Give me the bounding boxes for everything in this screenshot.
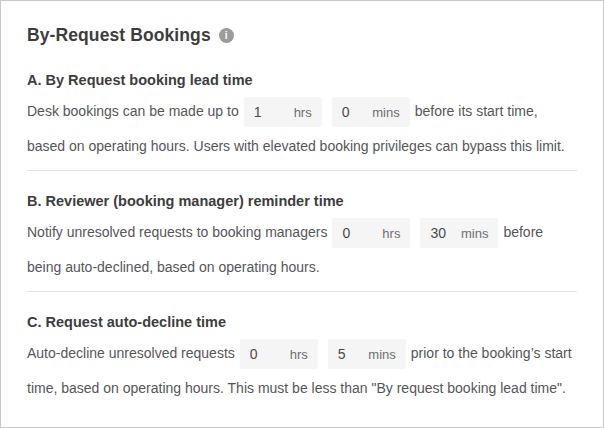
section-c-hours-input[interactable] bbox=[250, 346, 276, 362]
panel-header: By-Request Bookings i bbox=[27, 25, 577, 46]
section-b-minutes-field[interactable]: mins bbox=[420, 218, 498, 248]
section-c-heading: C. Request auto-decline time bbox=[27, 314, 577, 330]
section-b-heading: B. Reviewer (booking manager) reminder t… bbox=[27, 193, 577, 209]
section-b-hours-input[interactable] bbox=[342, 225, 368, 241]
section-a-minutes-unit: mins bbox=[372, 95, 399, 130]
divider bbox=[27, 170, 577, 171]
divider bbox=[27, 291, 577, 292]
section-a-minutes-field[interactable]: mins bbox=[332, 97, 410, 127]
section-b-hours-unit: hrs bbox=[382, 216, 400, 251]
section-c-minutes-input[interactable] bbox=[338, 346, 364, 362]
section-a-text-before: Desk bookings can be made up to bbox=[27, 103, 239, 119]
section-c-minutes-unit: mins bbox=[368, 337, 395, 372]
section-a-minutes-input[interactable] bbox=[342, 104, 368, 120]
section-b-minutes-input[interactable] bbox=[430, 225, 456, 241]
section-a-heading: A. By Request booking lead time bbox=[27, 72, 577, 88]
info-icon[interactable]: i bbox=[219, 28, 234, 43]
page-title: By-Request Bookings bbox=[27, 25, 211, 46]
section-c-hours-field[interactable]: hrs bbox=[240, 339, 318, 369]
section-b-body: Notify unresolved requests to booking ma… bbox=[27, 215, 577, 285]
section-c-hours-unit: hrs bbox=[290, 337, 308, 372]
section-a-hours-input[interactable] bbox=[254, 104, 280, 120]
section-b-hours-field[interactable]: hrs bbox=[332, 218, 410, 248]
section-c-text-before: Auto-decline unresolved requests bbox=[27, 345, 235, 361]
section-b-minutes-unit: mins bbox=[461, 216, 488, 251]
by-request-bookings-panel: By-Request Bookings i A. By Request book… bbox=[0, 0, 604, 428]
section-a-hours-unit: hrs bbox=[294, 95, 312, 130]
section-b-text-before: Notify unresolved requests to booking ma… bbox=[27, 224, 327, 240]
section-a-hours-field[interactable]: hrs bbox=[244, 97, 322, 127]
section-c-minutes-field[interactable]: mins bbox=[328, 339, 406, 369]
section-c-body: Auto-decline unresolved requestshrsminsp… bbox=[27, 336, 577, 406]
section-a-body: Desk bookings can be made up tohrsminsbe… bbox=[27, 94, 577, 164]
